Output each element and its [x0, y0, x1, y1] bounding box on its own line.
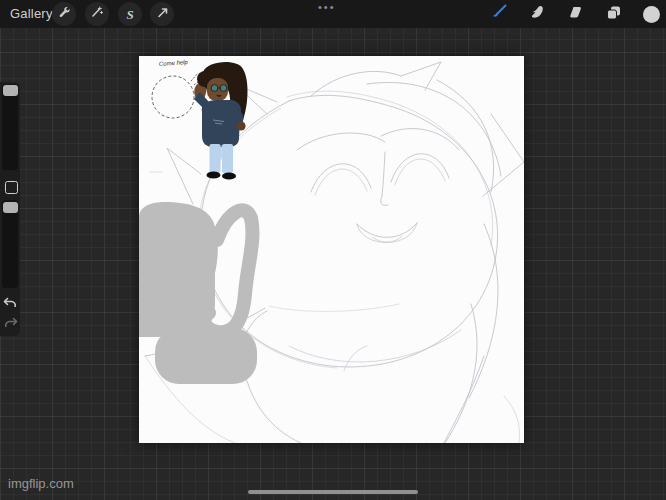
modify-button[interactable] — [5, 181, 18, 194]
chibi-character — [194, 62, 248, 180]
transform-button[interactable] — [150, 2, 174, 26]
top-toolbar: Gallery S ••• — [0, 0, 666, 28]
adjustments-button[interactable] — [85, 2, 109, 26]
selection-s-icon: S — [126, 8, 133, 21]
brush-size-handle[interactable] — [3, 85, 18, 96]
actions-button[interactable] — [52, 2, 76, 26]
gallery-button[interactable]: Gallery — [10, 6, 53, 21]
eraser-icon — [566, 3, 585, 26]
redo-button[interactable] — [3, 316, 19, 330]
artwork-svg: Come help — [139, 56, 524, 443]
imgflip-watermark: imgflip.com — [8, 476, 74, 491]
paint-tool-button[interactable] — [488, 3, 510, 25]
speech-bubble-sketch — [149, 73, 202, 172]
drawing-canvas[interactable]: Come help — [139, 56, 524, 443]
color-button[interactable] — [640, 3, 662, 25]
smudge-tool-button[interactable] — [526, 3, 548, 25]
layers-button[interactable] — [602, 3, 624, 25]
opacity-slider[interactable] — [2, 200, 18, 288]
layers-icon — [604, 3, 623, 26]
selection-button[interactable]: S — [118, 2, 142, 26]
opacity-handle[interactable] — [3, 202, 18, 213]
canvas-options-button[interactable]: ••• — [318, 1, 336, 13]
undo-icon — [2, 296, 18, 310]
brush-icon — [489, 2, 509, 26]
speech-text: Come help — [159, 59, 189, 67]
gray-elephant-shape — [139, 202, 257, 384]
wrench-icon — [57, 5, 71, 23]
color-swatch-circle — [643, 6, 660, 23]
brush-sidebar — [0, 82, 20, 336]
undo-button[interactable] — [2, 296, 18, 310]
magic-wand-icon — [90, 5, 104, 23]
redo-icon — [3, 316, 19, 330]
home-indicator-bar[interactable] — [248, 490, 418, 494]
transform-arrow-icon — [156, 5, 169, 23]
brush-size-slider[interactable] — [2, 84, 18, 170]
erase-tool-button[interactable] — [564, 3, 586, 25]
smudge-finger-icon — [528, 3, 547, 26]
